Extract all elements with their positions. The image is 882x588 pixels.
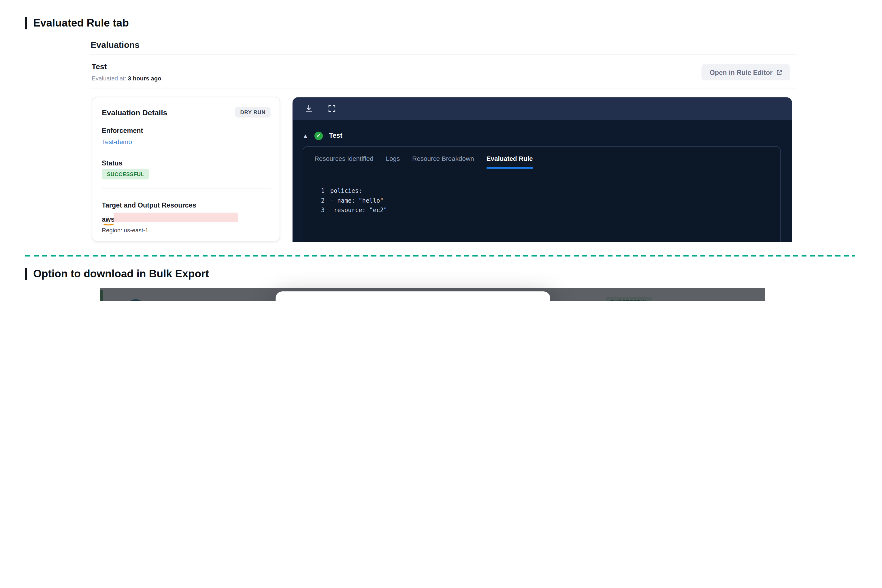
evaluation-name: Test: [92, 63, 106, 71]
evaluated-at-value: 3 hours ago: [128, 75, 161, 82]
viewer-tabs: Resources Identified Logs Resource Break…: [303, 147, 780, 169]
open-in-rule-editor-label: Open in Rule Editor: [710, 68, 773, 76]
redacted-resource-id: [114, 213, 238, 222]
section-heading-bulk-export: Option to download in Bulk Export: [26, 268, 209, 280]
page: Evaluated Rule tab Evaluations Test Eval…: [0, 0, 882, 301]
evaluated-at: Evaluated at:3 hours ago: [92, 75, 161, 82]
tab-resources-identified[interactable]: Resources Identified: [315, 155, 374, 169]
divider: [90, 88, 796, 88]
download-icon[interactable]: [304, 104, 313, 113]
enforcement-label: Enforcement: [102, 126, 143, 134]
evaluation-group-name: Test: [329, 132, 342, 140]
external-link-icon: [776, 69, 782, 75]
chevron-up-icon[interactable]: ▲: [303, 133, 308, 139]
evaluated-at-label: Evaluated at:: [92, 75, 126, 82]
fullscreen-icon[interactable]: [327, 104, 336, 113]
evaluation-details-title: Evaluation Details: [102, 109, 167, 117]
divider: [102, 188, 271, 189]
target-resources-label: Target and Output Resources: [102, 201, 196, 209]
evaluation-output-viewer: ▲ ✓ Test Resources Identified Logs Resou…: [292, 98, 792, 242]
dry-run-badge: DRY RUN: [235, 107, 271, 118]
enforcement-link[interactable]: Test-demo: [102, 138, 132, 145]
tab-evaluated-rule[interactable]: Evaluated Rule: [486, 155, 533, 169]
viewer-tabs-panel: Resources Identified Logs Resource Break…: [303, 146, 781, 242]
evaluation-group-row[interactable]: ▲ ✓ Test: [303, 130, 342, 141]
divider: [90, 54, 796, 55]
success-check-icon: ✓: [315, 131, 323, 140]
tab-resource-breakdown[interactable]: Resource Breakdown: [412, 155, 474, 169]
section-heading-evaluated-rule-tab: Evaluated Rule tab: [26, 17, 129, 29]
code-line: 3 resource: "ec2": [319, 205, 387, 215]
rule-code-block: 1policies: 2- name: "hello" 3 resource: …: [319, 186, 387, 215]
export-test-output-modal: ✕ Export Test Output Select files to inc…: [276, 291, 550, 301]
evaluations-title: Evaluations: [90, 40, 140, 50]
aws-logo: aws: [102, 214, 114, 224]
region-text: Region: us-east-1: [102, 226, 148, 233]
viewer-toolbar: [292, 98, 792, 120]
code-line: 1policies:: [319, 186, 387, 196]
tab-logs[interactable]: Logs: [386, 155, 400, 169]
status-badge: SUCCESSFUL: [102, 169, 149, 179]
evaluation-details-card: Evaluation Details DRY RUN Enforcement T…: [92, 97, 280, 242]
status-label: Status: [102, 159, 123, 167]
open-in-rule-editor-button[interactable]: Open in Rule Editor: [702, 64, 790, 80]
close-icon[interactable]: ✕: [532, 299, 540, 301]
code-line: 2- name: "hello": [319, 196, 387, 205]
dashed-separator: [26, 255, 855, 256]
